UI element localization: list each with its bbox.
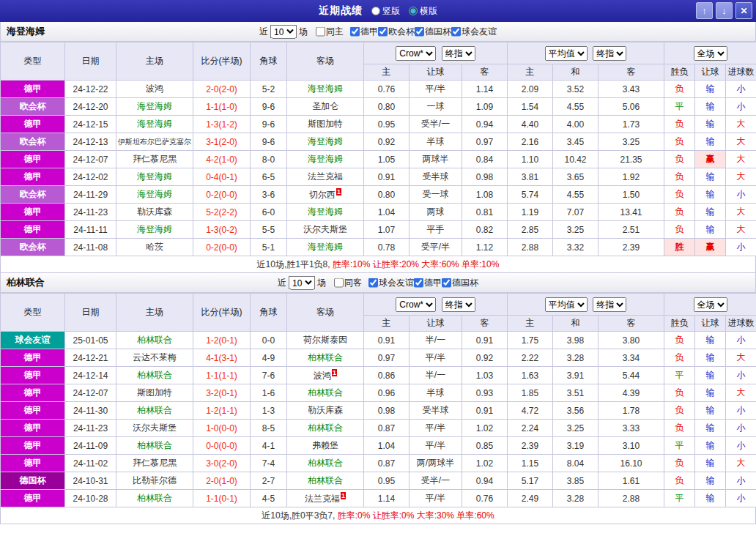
avg-home-cell: 2.88 [508, 239, 553, 256]
league-filter-checkbox[interactable] [442, 278, 451, 288]
score-cell: 4-1(3-1) [193, 349, 251, 367]
match-row: 德甲24-12-21云达不莱梅4-1(3-1)4-9柏林联合0.97平/半0.9… [1, 349, 756, 367]
sub-result-handicap: 让球 [695, 64, 726, 81]
scope-select[interactable]: 全场 [694, 46, 727, 61]
same-venue-checkbox[interactable] [334, 278, 344, 288]
away-team-cell: 柏林联合 [287, 349, 364, 367]
sub-odds-handicap: 让球 [410, 64, 462, 81]
away-team-cell: 柏林联合 [287, 384, 364, 402]
odds-final-select[interactable]: 终指 [442, 297, 475, 312]
league-filter-checkbox[interactable] [378, 27, 388, 37]
layout-radio-horizontal[interactable] [409, 7, 418, 15]
league-type-cell: 球会友谊 [1, 332, 65, 349]
same-venue-checkbox[interactable] [316, 27, 325, 37]
odds-handicap-cell: 平/半 [410, 437, 462, 455]
col-home: 主场 [116, 42, 193, 81]
col-score: 比分(半场) [193, 294, 251, 332]
avg-draw-cell: 3.51 [553, 384, 598, 402]
avg-away-cell: 13.41 [598, 204, 664, 221]
match-row: 德甲24-12-02海登海姆0-4(0-1)6-5法兰克福0.91受半球0.98… [1, 168, 756, 186]
league-filter-checkbox[interactable] [451, 27, 461, 37]
odds-away-cell: 0.98 [462, 168, 508, 186]
home-team-cell: 伊斯坦布尔巴萨克塞尔 [116, 133, 193, 151]
odds-company-select[interactable]: Crow* [396, 46, 436, 61]
league-filter[interactable]: 德国杯 [415, 26, 451, 38]
odds-company-select[interactable]: Crow* [396, 297, 436, 312]
layout-radio-vertical[interactable] [371, 7, 380, 15]
odds-away-cell: 1.02 [462, 455, 508, 472]
match-row: 欧会杯24-12-20海登海姆1-1(1-0)9-6圣加仑0.80一球1.091… [1, 98, 756, 116]
league-filter[interactable]: 球会友谊 [451, 26, 497, 38]
match-row: 球会友谊25-01-05柏林联合1-2(0-1)0-0荷尔斯泰因0.91半/一0… [1, 332, 756, 349]
recent-count-select[interactable]: 10 [270, 25, 297, 39]
window-title: 近期战绩 [319, 4, 363, 18]
avg-draw-cell: 3.28 [553, 490, 598, 507]
corner-cell: 9-6 [251, 98, 287, 116]
score-cell: 0-4(0-1) [193, 168, 251, 186]
odds-handicap-cell: 一球 [410, 98, 462, 116]
avg-company-select[interactable]: 平均值 [545, 297, 588, 312]
avg-draw-cell: 3.91 [553, 367, 598, 384]
odds-home-cell: 0.87 [364, 455, 410, 472]
odds-away-cell: 0.97 [462, 133, 508, 151]
home-team-cell: 柏林联合 [116, 402, 193, 420]
avg-home-cell: 4.40 [508, 116, 553, 133]
home-team-cell: 柏林联合 [116, 490, 193, 507]
move-down-button[interactable]: ↓ [716, 2, 733, 19]
result-wdl-cell: 平 [664, 490, 695, 507]
odds-handicap-cell: 平/半 [410, 349, 462, 367]
league-filter-list: 球会友谊德甲德国杯 [368, 277, 478, 289]
recent-count-select[interactable]: 10 [289, 276, 315, 290]
avg-draw-cell: 3.45 [553, 133, 598, 151]
team-name: 柏林联合 [308, 475, 343, 485]
layout-option-horizontal[interactable]: 横版 [409, 5, 437, 18]
col-date: 日期 [65, 42, 116, 81]
scope-select[interactable]: 全场 [694, 297, 727, 312]
league-filter[interactable]: 德甲 [414, 277, 442, 289]
match-row: 德甲24-11-11海登海姆1-3(0-2)5-5沃尔夫斯堡1.07平手0.82… [1, 221, 756, 239]
close-button[interactable]: ✕ [735, 2, 752, 19]
league-type-cell: 德甲 [1, 455, 65, 472]
odds-away-cell: 0.84 [462, 151, 508, 168]
away-team-cell: 圣加仑 [287, 98, 364, 116]
corner-cell: 9-6 [251, 116, 287, 133]
team-name: 柏林联合 [137, 440, 172, 450]
result-wdl-cell: 负 [664, 402, 695, 420]
sub-odds-handicap: 让球 [410, 316, 462, 332]
away-team-cell: 波鸿1 [287, 367, 364, 384]
league-filter-label: 德国杯 [452, 277, 478, 289]
corner-cell: 6-0 [251, 204, 287, 221]
odds-away-cell: 1.14 [462, 81, 508, 98]
result-goals-cell: 小 [726, 239, 756, 256]
odds-away-cell: 0.92 [462, 349, 508, 367]
avg-away-cell: 21.35 [598, 151, 664, 168]
league-filter-checkbox[interactable] [368, 278, 378, 288]
avg-final-select[interactable]: 终指 [593, 46, 626, 61]
team-title: 海登海姆 [7, 25, 45, 38]
team-name: 波鸿 [314, 371, 331, 381]
odds-away-cell: 1.08 [462, 186, 508, 204]
odds-final-select[interactable]: 终指 [442, 46, 475, 61]
same-venue-filter[interactable]: 同客 [334, 277, 362, 289]
match-row: 德甲24-12-07斯图加特3-2(0-1)1-6柏林联合0.96半球0.931… [1, 384, 756, 402]
league-filter-checkbox[interactable] [414, 278, 423, 288]
league-filter-checkbox[interactable] [350, 27, 360, 37]
away-team-cell: 切尔西1 [287, 186, 364, 204]
avg-home-cell: 1.63 [508, 367, 553, 384]
avg-away-cell: 4.39 [598, 384, 664, 402]
avg-away-cell: 2.88 [598, 490, 664, 507]
odds-away-cell: 0.94 [462, 472, 508, 490]
league-filter[interactable]: 球会友谊 [368, 277, 414, 289]
avg-company-select[interactable]: 平均值 [545, 46, 588, 61]
layout-option-vertical[interactable]: 竖版 [371, 5, 400, 18]
league-filter[interactable]: 德国杯 [442, 277, 478, 289]
league-filter[interactable]: 德甲 [350, 26, 378, 38]
score-cell: 1-3(0-2) [193, 221, 251, 239]
avg-away-cell: 1.50 [598, 186, 664, 204]
league-filter[interactable]: 欧会杯 [378, 26, 415, 38]
same-venue-filter[interactable]: 同主 [316, 26, 344, 38]
move-up-button[interactable]: ↑ [696, 2, 713, 19]
team-section-heidenheim: 海登海姆 近 10 场 同主 德甲欧会杯德国杯球会友谊 类 [0, 22, 756, 273]
league-filter-checkbox[interactable] [415, 27, 424, 37]
avg-final-select[interactable]: 终指 [593, 297, 626, 312]
